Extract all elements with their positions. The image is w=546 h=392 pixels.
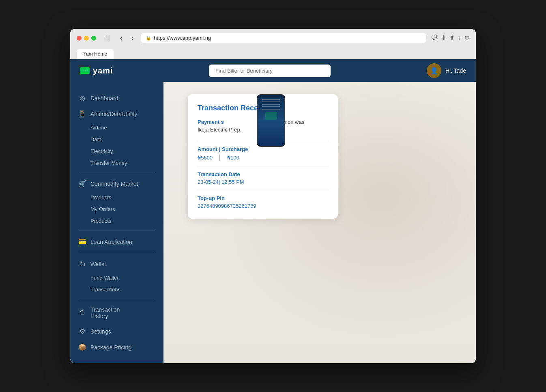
traffic-lights <box>77 36 96 41</box>
sidebar-label-wallet: Wallet <box>90 261 106 267</box>
sidebar-item-commodity-market[interactable]: 🛒 Commodity Market <box>70 176 163 192</box>
surcharge-value: ₦100 <box>227 155 239 161</box>
tab-title: Yam Home <box>83 51 107 57</box>
phone-button <box>265 112 277 120</box>
minimize-button[interactable] <box>84 36 89 41</box>
app-body: ◎ Dashboard 📱 Airtime/Data/Utility Airti… <box>70 82 476 363</box>
phone-icon: 📱 <box>78 110 86 118</box>
phone-screen <box>258 95 284 146</box>
sidebar-item-transaction-history[interactable]: ⏱ TransactionHistory <box>70 302 163 323</box>
maximize-button[interactable] <box>91 36 96 41</box>
tab-bar: Yam Home <box>77 47 469 59</box>
active-tab[interactable]: Yam Home <box>77 49 114 59</box>
sidebar-item-transfer-money[interactable]: Transfer Money <box>70 157 163 169</box>
topup-section: Top-up Pin 32764890986735261789 <box>198 195 328 209</box>
amount-value: ₦5600 <box>198 155 213 161</box>
url-text: https://www.app.yami.ng <box>154 35 211 41</box>
divider-symbol: | <box>219 154 221 161</box>
phone-line-1 <box>262 99 280 100</box>
sidebar-label-airtime: Airtime/Data/Utility <box>90 111 137 117</box>
topup-label: Top-up Pin <box>198 195 328 201</box>
phone-line-4 <box>262 106 280 107</box>
sidebar-toggle-button[interactable]: ⬜ <box>101 34 113 42</box>
date-value: 23-05-24| 12:55 PM <box>198 179 328 185</box>
divider-4 <box>78 299 155 299</box>
sidebar-item-settings[interactable]: ⚙ Settings <box>70 323 163 339</box>
settings-icon: ⚙ <box>78 327 86 335</box>
greeting-text: Hi, Tade <box>445 67 466 74</box>
sidebar-item-products2[interactable]: Products <box>70 215 163 227</box>
sidebar-item-my-orders[interactable]: My Orders <box>70 203 163 215</box>
browser-window: ⬜ ‹ › 🔒 https://www.app.yami.ng 🛡 ⬇ ⬆ + … <box>70 29 476 363</box>
divider-3 <box>78 253 155 253</box>
topup-value: 32764890986735261789 <box>198 203 328 209</box>
shield-icon: 🛡 <box>431 34 438 42</box>
sidebar-label-settings: Settings <box>90 328 111 335</box>
download-icon[interactable]: ⬇ <box>441 34 446 42</box>
sidebar-item-wallet[interactable]: 🗂 Wallet <box>70 256 163 272</box>
sidebar-item-products[interactable]: Products <box>70 192 163 203</box>
amount-label: Amount | Surcharge <box>198 146 328 152</box>
receipt-payment-label: Payment s <box>198 119 260 125</box>
new-tab-icon[interactable]: + <box>458 34 462 42</box>
logo-icon: → <box>80 67 90 74</box>
share-icon[interactable]: ⬆ <box>449 34 455 42</box>
sidebar-label-dashboard: Dashboard <box>90 95 118 101</box>
date-section: Transaction Date 23-05-24| 12:55 PM <box>198 171 328 185</box>
loan-icon: 💳 <box>78 238 86 246</box>
browser-actions: 🛡 ⬇ ⬆ + ⧉ <box>431 34 469 42</box>
forward-button[interactable]: › <box>129 34 136 42</box>
sidebar-item-fund-wallet[interactable]: Fund Wallet <box>70 272 163 284</box>
receipt-payment-value: Ikeja Electric Prep. <box>198 127 260 133</box>
divider-2 <box>78 230 155 230</box>
divider-1 <box>78 172 155 172</box>
browser-chrome: ⬜ ‹ › 🔒 https://www.app.yami.ng 🛡 ⬇ ⬆ + … <box>70 29 476 59</box>
logo-text: yami <box>93 66 113 75</box>
user-info: 👤 Hi, Tade <box>427 63 466 78</box>
sidebar-item-dashboard[interactable]: ◎ Dashboard <box>70 90 163 106</box>
tabs-overview-icon[interactable]: ⧉ <box>465 34 469 42</box>
sidebar-item-loan-application[interactable]: 💳 Loan Application <box>70 234 163 250</box>
phone-line-3 <box>262 104 280 105</box>
date-label: Transaction Date <box>198 171 328 177</box>
sidebar-item-electricity[interactable]: Electricity <box>70 145 163 157</box>
close-button[interactable] <box>77 36 82 41</box>
sidebar-item-transactions[interactable]: Transactions <box>70 284 163 295</box>
receipt-divider-2 <box>198 166 328 166</box>
sidebar-item-airtime-data-utility[interactable]: 📱 Airtime/Data/Utility <box>70 106 163 122</box>
sidebar-item-data[interactable]: Data <box>70 134 163 145</box>
amount-section: Amount | Surcharge ₦5600 | ₦100 <box>198 146 328 161</box>
back-button[interactable]: ‹ <box>118 34 125 42</box>
logo-arrow-icon: → <box>82 68 87 73</box>
sidebar-item-airtime[interactable]: Airtime <box>70 122 163 134</box>
wallet-icon: 🗂 <box>78 261 86 268</box>
main-content: Transaction Receipt Payment s Ikeja Elec… <box>163 82 476 363</box>
phone-line-5 <box>262 109 280 110</box>
phone-line-2 <box>262 101 280 102</box>
address-bar-container: 🔒 https://www.app.yami.ng <box>141 33 426 43</box>
commodity-icon: 🛒 <box>78 180 86 187</box>
receipt-divider-3 <box>198 190 328 190</box>
sidebar-label-transaction-history: TransactionHistory <box>90 306 120 319</box>
address-bar[interactable]: 🔒 https://www.app.yami.ng <box>141 33 426 43</box>
sidebar-item-package-pricing[interactable]: 📦 Package Pricing <box>70 339 163 355</box>
search-input[interactable] <box>209 65 331 77</box>
sidebar-label-commodity: Commodity Market <box>90 181 138 187</box>
sidebar-label-package-pricing: Package Pricing <box>90 344 131 351</box>
dashboard-icon: ◎ <box>78 94 86 102</box>
avatar: 👤 <box>427 63 441 78</box>
package-icon: 📦 <box>78 343 86 351</box>
browser-content: → yami 👤 Hi, Tade ◎ Dashboard 📱 Air <box>70 59 476 363</box>
logo-container: → yami <box>80 66 113 75</box>
browser-controls: ⬜ ‹ › 🔒 https://www.app.yami.ng 🛡 ⬇ ⬆ + … <box>77 33 469 43</box>
lock-icon: 🔒 <box>146 35 151 41</box>
phone-mockup <box>257 94 285 147</box>
sidebar-label-loan: Loan Application <box>90 239 132 245</box>
sidebar: ◎ Dashboard 📱 Airtime/Data/Utility Airti… <box>70 82 163 363</box>
app-header: → yami 👤 Hi, Tade <box>70 59 476 82</box>
history-icon: ⏱ <box>78 309 86 317</box>
